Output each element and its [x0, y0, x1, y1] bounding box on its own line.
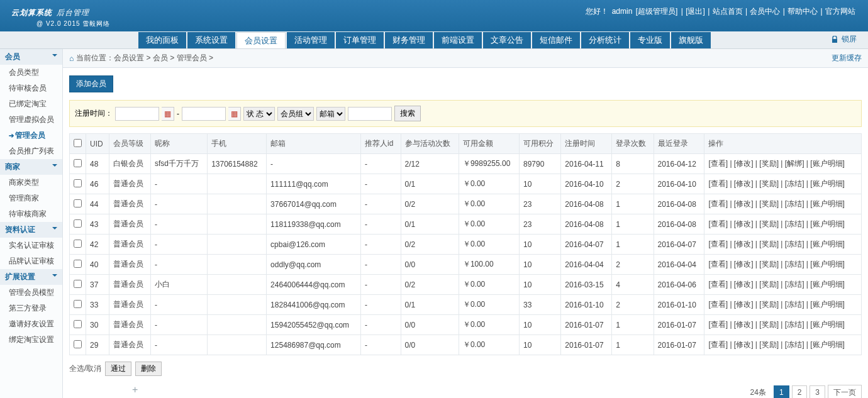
crumb-part[interactable]: 会员 [153, 53, 168, 62]
nav-item[interactable]: 文章公告 [483, 32, 531, 48]
sidebar-item[interactable]: 管理商家 [0, 191, 62, 206]
row-checkbox[interactable] [74, 340, 82, 348]
sidebar-item[interactable]: 绑定淘宝设置 [0, 332, 62, 348]
top-link[interactable]: 会员中心 [750, 7, 780, 16]
sidebar-heading[interactable]: 扩展设置 [0, 269, 62, 285]
row-action[interactable]: [查看] [708, 219, 728, 228]
row-action[interactable]: [冻结] [785, 219, 804, 228]
row-action[interactable]: [冻结] [785, 179, 804, 188]
sidebar-item[interactable]: 第三方登录 [0, 301, 62, 316]
page-number[interactable]: 3 [810, 385, 825, 398]
keyword-input[interactable] [348, 107, 392, 121]
row-action[interactable]: [冻结] [785, 280, 804, 289]
row-action[interactable]: [查看] [708, 159, 728, 168]
row-action[interactable]: [查看] [708, 199, 728, 208]
sidebar-item[interactable]: 会员推广列表 [0, 143, 62, 159]
page-number[interactable]: 2 [792, 385, 808, 398]
row-action[interactable]: [查看] [708, 240, 728, 248]
row-action[interactable]: [奖励] [759, 199, 779, 208]
calendar-icon[interactable]: ▦ [162, 107, 174, 121]
row-action[interactable]: [账户明细] [810, 320, 845, 329]
sidebar-heading[interactable]: 资料认证 [0, 222, 62, 238]
row-action[interactable]: [奖励] [759, 340, 779, 349]
row-action[interactable]: [修改] [734, 199, 754, 208]
row-action[interactable]: [查看] [708, 260, 728, 268]
row-action[interactable]: [冻结] [785, 199, 804, 208]
add-tab-icon[interactable]: + [132, 384, 138, 395]
row-action[interactable]: [奖励] [759, 260, 779, 268]
sidebar-item[interactable]: 待审核商家 [0, 206, 62, 222]
row-action[interactable]: [奖励] [759, 179, 779, 188]
row-action[interactable]: [账户明细] [810, 340, 845, 349]
crumb-part[interactable]: 管理会员 [177, 53, 207, 62]
group-select[interactable]: 会员组 [277, 107, 314, 121]
row-checkbox[interactable] [74, 159, 82, 167]
row-action[interactable]: [奖励] [759, 280, 779, 289]
row-action[interactable]: [奖励] [759, 300, 779, 309]
row-action[interactable]: [修改] [734, 179, 754, 188]
row-action[interactable]: [修改] [734, 300, 754, 309]
row-action[interactable]: [冻结] [785, 300, 804, 309]
row-action[interactable]: [账户明细] [810, 199, 845, 208]
delete-button[interactable]: 删除 [135, 362, 162, 376]
search-button[interactable]: 搜索 [394, 106, 421, 121]
sidebar-item[interactable]: 管理会员模型 [0, 285, 62, 301]
row-action[interactable]: [账户明细] [810, 260, 845, 268]
nav-item[interactable]: 旗舰版 [671, 32, 711, 48]
row-checkbox[interactable] [74, 320, 82, 328]
row-action[interactable]: [账户明细] [810, 179, 845, 188]
sidebar-item[interactable]: 管理虚拟会员 [0, 112, 62, 128]
nav-item[interactable]: 财务管理 [385, 32, 433, 48]
nav-item[interactable]: 会员设置 [236, 32, 286, 48]
row-action[interactable]: [账户明细] [810, 159, 845, 168]
row-action[interactable]: [奖励] [759, 219, 779, 228]
sidebar-item[interactable]: 已绑定淘宝 [0, 96, 62, 112]
sidebar-heading[interactable]: 会员 [0, 49, 62, 65]
sidebar-item[interactable]: 品牌认证审核 [0, 253, 62, 269]
nav-item[interactable]: 分析统计 [581, 32, 629, 48]
top-link[interactable]: 帮助中心 [787, 7, 818, 16]
row-action[interactable]: [账户明细] [810, 280, 845, 289]
top-link[interactable]: 站点首页 [713, 7, 743, 16]
row-action[interactable]: [奖励] [759, 320, 779, 329]
row-action[interactable]: [查看] [708, 340, 728, 349]
row-action[interactable]: [修改] [734, 219, 754, 228]
row-action[interactable]: [解绑] [785, 159, 804, 168]
row-action[interactable]: [查看] [708, 300, 728, 309]
row-action[interactable]: [修改] [734, 240, 754, 248]
nav-item[interactable]: 系统设置 [187, 32, 235, 48]
nav-item[interactable]: 订单管理 [336, 32, 384, 48]
refresh-cache[interactable]: 更新缓存 [832, 53, 862, 64]
row-action[interactable]: [冻结] [785, 260, 804, 268]
select-all[interactable]: 全选/取消 [69, 363, 101, 374]
row-checkbox[interactable] [74, 179, 82, 187]
crumb-part[interactable]: 会员设置 [114, 53, 144, 62]
nav-item[interactable]: 我的面板 [138, 32, 186, 48]
nav-item[interactable]: 短信邮件 [532, 32, 580, 48]
select-all-checkbox[interactable] [74, 139, 82, 147]
sidebar-heading[interactable]: 商家 [0, 159, 62, 175]
sidebar-item[interactable]: 待审核会员 [0, 80, 62, 96]
row-checkbox[interactable] [74, 219, 82, 228]
top-link[interactable]: 官方网站 [825, 7, 855, 16]
calendar-icon[interactable]: ▦ [228, 107, 241, 121]
row-checkbox[interactable] [74, 280, 82, 288]
row-action[interactable]: [修改] [734, 320, 754, 329]
row-checkbox[interactable] [74, 240, 82, 248]
row-action[interactable]: [修改] [734, 340, 754, 349]
sidebar-item[interactable]: 管理会员 [0, 128, 62, 143]
row-action[interactable]: [查看] [708, 320, 728, 329]
row-action[interactable]: [冻结] [785, 320, 804, 329]
row-action[interactable]: [账户明细] [810, 300, 845, 309]
row-checkbox[interactable] [74, 260, 82, 268]
row-action[interactable]: [冻结] [785, 340, 804, 349]
sidebar-item[interactable]: 实名认证审核 [0, 238, 62, 253]
row-action[interactable]: [修改] [734, 260, 754, 268]
pass-button[interactable]: 通过 [105, 362, 131, 376]
row-action[interactable]: [冻结] [785, 240, 804, 248]
reg-date-to[interactable] [182, 107, 226, 121]
nav-item[interactable]: 专业版 [630, 32, 670, 48]
row-action[interactable]: [修改] [734, 280, 754, 289]
row-action[interactable]: [账户明细] [810, 219, 845, 228]
page-next[interactable]: 下一页 [828, 385, 862, 398]
